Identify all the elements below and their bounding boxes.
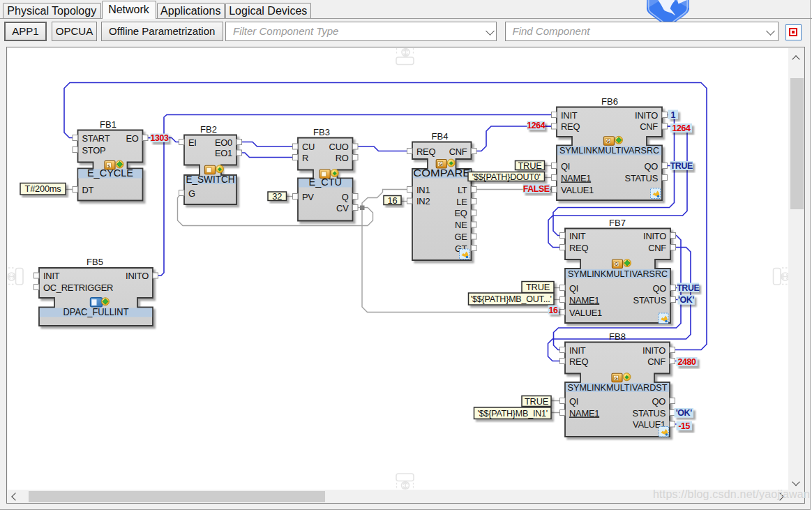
svg-text:32: 32 (272, 191, 282, 202)
svg-text:OC_RETRIGGER: OC_RETRIGGER (43, 283, 113, 293)
svg-text:REQ: REQ (569, 243, 588, 253)
svg-text:QO: QO (652, 396, 666, 407)
svg-text:G: G (614, 376, 617, 381)
svg-text:TRUE: TRUE (525, 396, 548, 407)
svg-text:'$${PATH}MB_OUT...': '$${PATH}MB_OUT...' (471, 294, 552, 304)
svg-text:16: 16 (549, 306, 558, 315)
svg-text:FB7: FB7 (609, 218, 626, 228)
svg-text:EO0: EO0 (215, 137, 232, 148)
svg-text:FB6: FB6 (601, 96, 618, 107)
svg-text:CU: CU (302, 142, 315, 152)
svg-text:QO: QO (644, 161, 658, 172)
svg-text:TRUE: TRUE (670, 161, 693, 171)
svg-text:VALUE1: VALUE1 (569, 308, 602, 318)
svg-text:CNF: CNF (648, 243, 666, 253)
svg-text:LE: LE (456, 197, 467, 207)
svg-text:E_SWITCH: E_SWITCH (186, 174, 235, 185)
svg-text:'OK': 'OK' (678, 295, 694, 305)
svg-text:s: s (107, 163, 110, 168)
svg-text:EO1: EO1 (215, 148, 232, 158)
svg-text:PV: PV (302, 192, 314, 202)
svg-text:EI: EI (188, 137, 197, 148)
svg-text:1264: 1264 (672, 123, 691, 133)
svg-text:INITO: INITO (635, 110, 658, 121)
svg-text:FB3: FB3 (313, 127, 330, 137)
svg-text:GE: GE (454, 232, 467, 242)
svg-text:QI: QI (569, 283, 578, 294)
svg-text:COMPARE: COMPARE (413, 167, 470, 179)
svg-text:16: 16 (388, 195, 398, 206)
svg-text:LT: LT (458, 185, 467, 195)
svg-text:FB4: FB4 (432, 131, 449, 142)
svg-text:INITO: INITO (643, 231, 666, 241)
svg-text:'OK': 'OK' (676, 408, 692, 418)
svg-text:1303: 1303 (151, 133, 169, 143)
svg-text:DT: DT (82, 185, 94, 195)
svg-text:NAME1: NAME1 (561, 173, 591, 183)
svg-text:TRUE: TRUE (526, 282, 550, 292)
svg-text:QI: QI (569, 396, 578, 407)
svg-text:'$${PATH}MB_IN1': '$${PATH}MB_IN1' (478, 409, 548, 419)
svg-text:-15: -15 (678, 421, 690, 431)
svg-text:INITO: INITO (126, 271, 149, 281)
svg-text:STOP: STOP (82, 145, 106, 156)
svg-text:EQ: EQ (454, 208, 467, 218)
svg-text:CNF: CNF (640, 121, 658, 132)
svg-text:SYMLINKMULTIVARSRC: SYMLINKMULTIVARSRC (568, 269, 668, 279)
svg-text:TRUE: TRUE (677, 283, 699, 293)
svg-text:FB8: FB8 (609, 331, 626, 342)
svg-text:1264: 1264 (527, 121, 545, 130)
svg-text:NAME1: NAME1 (569, 408, 599, 419)
svg-text:Q: Q (342, 192, 349, 202)
svg-text:NAME1: NAME1 (569, 295, 599, 306)
svg-text:IN2: IN2 (416, 196, 430, 206)
svg-text:INITO: INITO (642, 345, 666, 356)
svg-text:EO: EO (126, 133, 138, 144)
svg-text:FB1: FB1 (100, 119, 116, 130)
svg-text:QI: QI (561, 161, 570, 172)
svg-text:NE: NE (455, 220, 467, 230)
svg-text:IN1: IN1 (416, 185, 430, 195)
svg-text:SYMLINKMULTIVARSRC: SYMLINKMULTIVARSRC (559, 145, 659, 156)
svg-text:REQ: REQ (561, 121, 580, 132)
svg-text:INIT: INIT (569, 345, 586, 356)
svg-text:CNF: CNF (449, 146, 467, 157)
svg-text:QO: QO (652, 283, 666, 294)
svg-text:DPAC_FULLINT: DPAC_FULLINT (63, 306, 129, 317)
svg-text:1: 1 (671, 110, 676, 120)
svg-text:G: G (606, 139, 610, 144)
svg-text:REQ: REQ (416, 146, 435, 157)
svg-text:REQ: REQ (569, 356, 588, 367)
svg-text:SYMLINKMULTIVARDST: SYMLINKMULTIVARDST (568, 382, 668, 393)
svg-text:STATUS: STATUS (633, 408, 666, 419)
svg-text:T#200ms: T#200ms (25, 183, 61, 194)
svg-text:G: G (615, 262, 618, 266)
svg-text:START: START (82, 133, 110, 144)
svg-text:G: G (439, 162, 442, 167)
svg-text:TRUE: TRUE (518, 160, 541, 171)
svg-text:INIT: INIT (569, 231, 586, 241)
svg-text:2480: 2480 (678, 357, 696, 367)
svg-text:'$${PATH}DOUT0': '$${PATH}DOUT0' (472, 172, 541, 182)
svg-text:R: R (302, 153, 308, 163)
svg-text:G: G (188, 188, 195, 199)
svg-text:FB2: FB2 (200, 124, 217, 135)
svg-text:STATUS: STATUS (625, 173, 658, 183)
svg-text:STATUS: STATUS (633, 295, 666, 306)
svg-text:FALSE: FALSE (523, 184, 550, 194)
svg-text:CUO: CUO (329, 142, 349, 152)
svg-text:FB5: FB5 (87, 257, 103, 267)
svg-text:RO: RO (336, 153, 349, 163)
svg-text:CNF: CNF (647, 356, 666, 367)
svg-text:INIT: INIT (43, 271, 60, 281)
svg-text:INIT: INIT (561, 110, 578, 121)
svg-text:CV: CV (336, 203, 349, 213)
svg-text:VALUE1: VALUE1 (561, 185, 594, 195)
